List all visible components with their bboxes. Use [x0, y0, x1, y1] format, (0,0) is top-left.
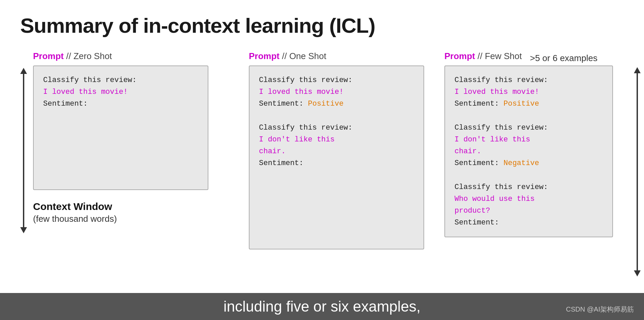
one-shot-prompt-rest: // One Shot — [280, 51, 326, 61]
one-shot-line-5: I don't like this — [259, 134, 414, 145]
few-shot-line-8: Classify this review: — [455, 181, 603, 193]
one-shot-label: Prompt // One Shot — [249, 51, 326, 61]
few-shot-note: >5 or 6 examples — [530, 53, 597, 63]
zero-shot-col: Prompt // Zero Shot Classify this review… — [33, 51, 229, 233]
zero-shot-section: Prompt // Zero Shot Classify this review… — [20, 51, 229, 233]
arrow-down — [20, 227, 27, 233]
main-content: Summary of in-context learning (ICL) Pro… — [0, 0, 644, 249]
columns-wrapper: Prompt // Zero Shot Classify this review… — [20, 51, 624, 249]
zero-shot-box: Classify this review: I loved this movie… — [33, 65, 208, 190]
few-shot-arrow-down — [634, 270, 641, 276]
few-shot-arrow-shaft — [637, 73, 638, 270]
bottom-bar: including five or six examples, CSDN @AI… — [0, 293, 644, 320]
one-shot-line-2: I loved this movie! — [259, 86, 414, 98]
few-shot-line-5: I don't like this — [455, 134, 603, 145]
one-shot-col: Prompt // One Shot Classify this review:… — [249, 51, 424, 249]
few-shot-line-2: I loved this movie! — [455, 86, 603, 98]
few-shot-line-10: product? — [455, 205, 603, 217]
watermark: CSDN @AI架构师易筋 — [566, 305, 634, 314]
few-shot-line-3: Sentiment: Positive — [455, 98, 603, 110]
few-shot-label: Prompt // Few Shot — [444, 51, 522, 61]
few-shot-prompt-rest: // Few Shot — [475, 51, 522, 61]
few-shot-box: Classify this review: I loved this movie… — [444, 65, 613, 237]
few-shot-line-9: Who would use this — [455, 193, 603, 205]
few-shot-line-1: Classify this review: — [455, 74, 603, 86]
few-shot-prompt-word: Prompt — [444, 51, 475, 61]
zero-shot-line-3: Sentiment: — [43, 98, 198, 110]
context-window-title: Context Window — [33, 201, 112, 212]
few-shot-header: Prompt // Few Shot >5 or 6 examples — [444, 51, 597, 65]
zero-shot-prompt-rest: // Zero Shot — [64, 51, 112, 61]
zero-shot-label: Prompt // Zero Shot — [33, 51, 112, 61]
few-shot-col: Prompt // Few Shot >5 or 6 examples Clas… — [444, 51, 624, 237]
few-shot-line-7: Sentiment: Negative — [455, 157, 603, 169]
page-title: Summary of in-context learning (ICL) — [20, 14, 624, 37]
one-shot-line-1: Classify this review: — [259, 74, 414, 86]
bottom-text: including five or six examples, — [224, 298, 420, 315]
one-shot-line-7: Sentiment: — [259, 157, 414, 169]
one-shot-line-6: chair. — [259, 145, 414, 157]
one-shot-prompt-word: Prompt — [249, 51, 280, 61]
zero-shot-line-1: Classify this review: — [43, 74, 198, 86]
zero-shot-prompt-word: Prompt — [33, 51, 64, 61]
context-window-subtitle: (few thousand words) — [33, 214, 117, 224]
zero-shot-line-2: I loved this movie! — [43, 86, 198, 98]
few-shot-line-4: Classify this review: — [455, 122, 603, 134]
context-window-arrow — [20, 68, 27, 233]
few-shot-section: Prompt // Few Shot >5 or 6 examples Clas… — [444, 51, 624, 237]
few-shot-arrow-up — [634, 67, 641, 73]
few-shot-line-11: Sentiment: — [455, 217, 603, 229]
one-shot-line-3: Sentiment: Positive — [259, 98, 414, 110]
arrow-up — [20, 68, 27, 74]
few-shot-line-6: chair. — [455, 145, 603, 157]
few-shot-arrow — [634, 67, 641, 276]
one-shot-box: Classify this review: I loved this movie… — [249, 65, 424, 249]
one-shot-line-4: Classify this review: — [259, 122, 414, 134]
arrow-shaft — [23, 74, 24, 227]
